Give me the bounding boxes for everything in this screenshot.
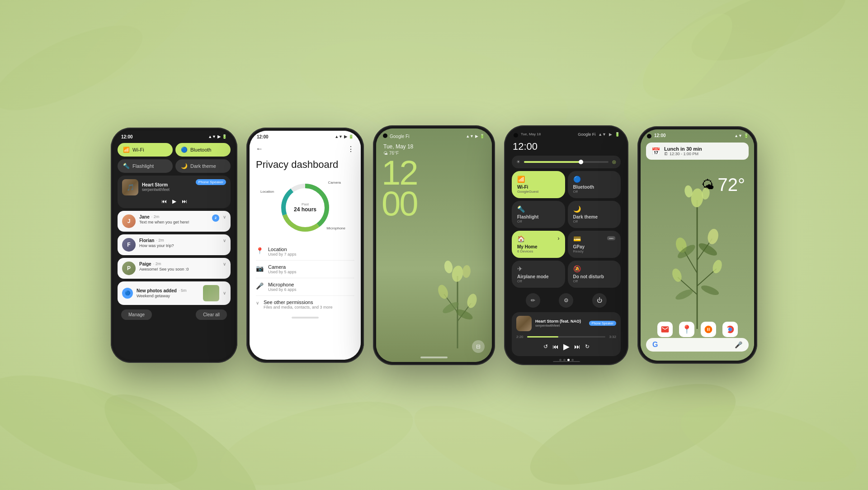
p4-next-button[interactable]: ⏭ [574,343,580,350]
p4-shuffle-button[interactable]: ↻ [585,343,590,350]
p4-gpay-name: GPay [573,244,616,249]
microphone-icon: 🎤 [256,282,264,290]
bluetooth-tile[interactable]: 🔵 Bluetooth [175,143,231,157]
microphone-permission[interactable]: 🎤 Microphone Used by 6 apps [256,278,354,296]
p4-progress-fill [527,336,559,338]
location-icon: 📍 [256,247,264,254]
microphone-perm-info: Microphone Used by 6 apps [268,282,297,292]
p3-carrier: Google Fi [390,134,409,139]
power-button[interactable]: ⏻ [592,293,607,308]
p4-home-tile[interactable]: 🏠 My Home 6 Devices › [512,231,565,258]
back-button[interactable]: ← [256,145,263,153]
edit-button[interactable]: ✏ [526,293,540,308]
gmail-icon[interactable] [657,322,673,337]
p4-dnd-icon: 🔕 [573,265,616,272]
p4-prev-button[interactable]: ⏮ [552,343,559,350]
manage-button[interactable]: Manage [121,309,152,320]
p4-signal-icon: ▲▼ [598,132,606,137]
phone1-quick-tiles: 📶 Wi-Fi 🔵 Bluetooth 🔦 Flashlight 🌙 Dark … [114,141,234,176]
chrome-icon[interactable] [722,322,738,337]
p4-airplane-tile[interactable]: ✈ Airplane mode Off [512,261,565,288]
calendar-icon: 📅 [651,147,660,156]
phone1-music-top: 🎵 Heart Storm serpentwithfeet Phone Spea… [122,179,226,195]
p4-wifi-sub: GoogleGuest [517,190,560,194]
p4-repeat-button[interactable]: ↺ [543,343,548,350]
flashlight-tile[interactable]: 🔦 Flashlight [118,159,173,173]
home-flowers-svg [641,166,754,329]
p4-bluetooth-tile[interactable]: 🔵 Bluetooth Off [568,171,621,198]
clear-all-button[interactable]: Clear all [196,309,227,320]
maps-icon[interactable]: 📍 [679,322,694,337]
phone4-frame: Tue, May 18 Google Fi ▲▼ ▶ 🔋 12:00 [504,125,628,365]
p4-dark-theme-icon: 🌙 [573,205,616,213]
p4-time-row: 12:00 [507,138,625,154]
expand-icon-photos[interactable]: ∨ [223,290,226,295]
wifi-tile[interactable]: 📶 Wi-Fi [118,143,173,157]
p4-dnd-sub: Off [573,279,616,283]
p5-camera-hole [647,134,651,138]
dot-3 [567,359,570,361]
p4-bottom-controls: ✏ ⚙ ⏻ [507,290,625,310]
microphone-perm-usage: Used by 6 apps [268,287,297,292]
notification-jane: J Jane · 2m Text me when you get here! 2… [118,211,231,232]
event-time-icon: 🗓 [664,152,668,156]
search-bar[interactable]: G 🎤 [646,338,749,352]
p4-music-info: Heart Storm (feat. NAO) serpentwithfeet [535,319,581,328]
phone3-content: Google Fi ▲▼ ▶ 🔋 Tue, May 18 🌤 76°F 1200 [376,128,492,362]
see-other-permissions[interactable]: ∨ See other permissions Files and media,… [256,296,354,313]
p4-date-area: Tue, May 18 [521,132,541,136]
svg-point-19 [451,265,464,283]
recents-button[interactable]: ⊟ [472,340,485,353]
privacy-dashboard-title: Privacy dashboard [250,157,361,176]
svg-point-22 [443,260,454,274]
phone1-music-card: 🎵 Heart Storm serpentwithfeet Phone Spea… [118,176,231,208]
dark-theme-tile[interactable]: 🌙 Dark theme [175,159,231,173]
notif-badge-jane: 2 [212,214,219,222]
p4-dark-theme-tile[interactable]: 🌙 Dark theme Off [568,201,621,228]
phone-speaker-badge: Phone Speaker [196,179,226,185]
mic-icon[interactable]: 🎤 [735,341,742,348]
brightness-slider[interactable]: ☀ ◎ [512,156,621,168]
prev-button[interactable]: ⏮ [161,198,167,205]
avatar-paige: P [122,262,136,275]
location-permission[interactable]: 📍 Location Used by 7 apps [256,243,354,261]
play-button[interactable]: ▶ [172,198,176,205]
notification-photos: 🔵 New photos added · 5m Weekend getaway … [118,281,231,305]
photos-icon[interactable] [701,322,716,337]
wifi-status-icon: ▶ [217,134,221,139]
notif-content-photos: New photos added · 5m Weekend getaway [137,288,199,298]
phone1-content: 12:00 ▲▼ ▶ 🔋 📶 Wi-Fi 🔵 Bluetoo [114,131,234,323]
notif-name-florian: Florian [139,238,154,243]
phone1-music-left: 🎵 Heart Storm serpentwithfeet [122,179,170,195]
p4-wifi-name: Wi-Fi [517,185,560,190]
settings-button[interactable]: ⚙ [559,293,573,308]
p4-flashlight-tile[interactable]: 🔦 Flashlight Off [512,201,565,228]
phone2-status-icons: ▲▼ ▶ 🔋 [335,134,354,139]
p4-music-controls: ↺ ⏮ ▶ ⏭ ↻ [516,340,616,352]
expand-icon-jane[interactable]: ∨ [223,214,226,219]
expand-icon-florian[interactable]: ∨ [223,238,226,243]
p4-music-thumb [516,316,532,331]
notification-paige: P Paige · 2m Awesome! See you soon :0 ∨ [118,258,231,279]
next-button[interactable]: ⏭ [182,198,187,205]
notif-time-paige: · 2m [153,262,161,266]
expand-icon-paige[interactable]: ∨ [223,262,226,266]
event-card[interactable]: 📅 Lunch in 30 min 🗓 12:30 - 1:00 PM [646,143,749,160]
dot-1 [559,359,561,361]
p4-wifi-tile[interactable]: 📶 Wi-Fi GoogleGuest [512,171,565,198]
p2-battery-icon: 🔋 [349,134,354,139]
camera-permission[interactable]: 📷 Camera Used by 5 apps [256,261,354,278]
see-other-info: See other permissions Files and media, c… [264,300,333,309]
more-button[interactable]: ⋮ [347,145,354,153]
p4-gpay-tile[interactable]: 💳 •••• GPay Ready [568,231,621,258]
camera-hole-punch [383,133,387,138]
notif-name-jane: Jane [139,214,150,219]
p4-play-button[interactable]: ▶ [563,342,570,352]
p3-status-icons: ▲▼ ▶ 🔋 [466,134,485,138]
p4-dnd-tile[interactable]: 🔕 Do not disturb Off [568,261,621,288]
chart-labels: Camera Location Microphone [256,176,354,239]
p3-battery-icon: 🔋 [480,134,485,138]
phone5-content: 12:00 ▲▼ 🔋 📅 Lunch in 30 min 🗓 12:30 - 1… [641,129,754,361]
brightness-icon: ☀ [516,159,520,164]
app-icons-dock: 📍 [657,322,738,337]
